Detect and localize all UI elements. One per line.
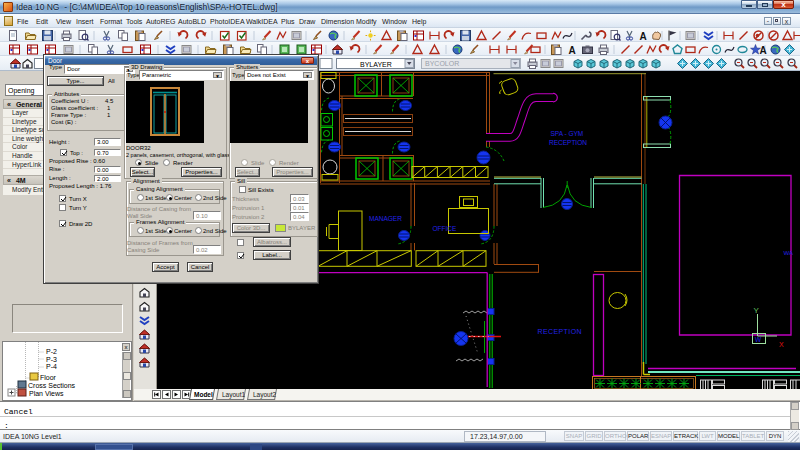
svg-text:RECEPTION: RECEPTION xyxy=(549,139,587,146)
svg-text:RECEPTION: RECEPTION xyxy=(538,328,582,335)
svg-text:X: X xyxy=(779,341,784,348)
svg-text:BYLAYER: BYLAYER xyxy=(360,61,392,68)
svg-text:W: W xyxy=(755,336,762,343)
svg-text:Plan Views: Plan Views xyxy=(29,390,64,397)
svg-text:MANAGER: MANAGER xyxy=(369,215,402,222)
svg-text:Y: Y xyxy=(754,306,760,315)
svg-text:BYCOLOR: BYCOLOR xyxy=(425,60,459,67)
svg-text:SPA - GYM: SPA - GYM xyxy=(551,130,584,137)
svg-text:Cross Sections: Cross Sections xyxy=(28,382,76,389)
svg-text:P-4: P-4 xyxy=(46,363,57,370)
svg-text:WA: WA xyxy=(784,250,793,256)
svg-text:P-2: P-2 xyxy=(46,348,57,355)
svg-text:OFFICE: OFFICE xyxy=(433,225,457,232)
svg-text:Floor: Floor xyxy=(40,374,57,381)
svg-text:P-3: P-3 xyxy=(46,356,57,363)
